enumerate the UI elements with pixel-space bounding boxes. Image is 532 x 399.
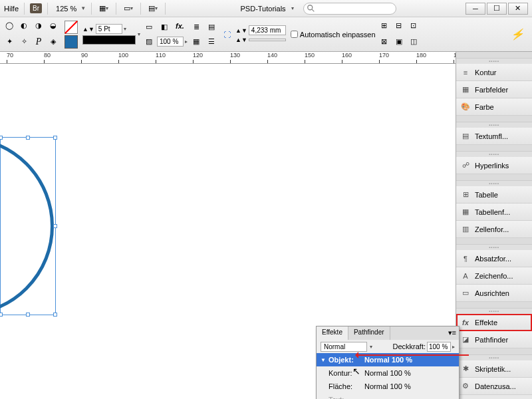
shape-icon[interactable]: ◑ (32, 19, 45, 33)
parastyle-icon: ¶ (460, 253, 471, 264)
panel-menu-icon[interactable]: ▾≡ (446, 327, 459, 340)
zoom-dropdown[interactable]: 125 %▼ (53, 3, 86, 14)
panel-item-swatches[interactable]: ▦Farbfelder (456, 81, 532, 98)
effects-row-text[interactable]: Text: (317, 393, 459, 399)
balance-icon[interactable]: ▭ (142, 21, 156, 34)
panel-item-label: Ausrichten (475, 289, 509, 297)
effects-row-stroke[interactable]: Kontur: Normal 100 % (317, 366, 459, 380)
fill-swatch[interactable] (65, 21, 78, 34)
textwrap-icon[interactable]: ☰ (205, 35, 218, 49)
shape-icon[interactable]: ◯ (3, 19, 16, 33)
top-menu-bar: Hilfe Br 125 %▼ ▦▾ ▭▾ ▤▾ PSD-Tutorials▾ … (0, 0, 532, 17)
panel-item-fx[interactable]: fxEffekte (456, 314, 532, 331)
panel-item-pathfinder[interactable]: ◪Pathfinder (456, 331, 532, 348)
stroke-weight-input[interactable] (96, 24, 122, 34)
panel-item-stroke[interactable]: ≡Kontur (456, 64, 532, 81)
panel-item-textwrap[interactable]: ▤Textumfl... (456, 128, 532, 145)
textwrap-icon: ▤ (460, 131, 471, 142)
fit-icon[interactable]: ⊡ (407, 19, 420, 33)
panel-item-charstyle[interactable]: AZeichenfo... (456, 267, 532, 285)
hyperlink-icon: ☍ (460, 160, 471, 171)
screen-mode-icon[interactable]: ▭▾ (122, 2, 135, 15)
fit-icon[interactable]: ⊠ (378, 35, 391, 49)
panel-item-label: Pathfinder (475, 336, 508, 344)
svg-line-1 (311, 9, 314, 11)
color-icon: 🎨 (460, 102, 471, 112)
opacity-input[interactable] (157, 37, 184, 47)
text-on-path-icon[interactable]: P (32, 35, 45, 49)
stroke-stepper-icon[interactable]: ▲▼ (82, 26, 94, 33)
fx-icon: fx (460, 317, 471, 328)
tablestyle-icon: ▦ (460, 207, 471, 217)
panel-item-data[interactable]: ⚙Datenzusa... (456, 378, 532, 395)
panel-item-table[interactable]: ⊞Tabelle (456, 186, 532, 203)
right-panel-dock: ▪▪▪▪▪≡Kontur▦Farbfelder🎨Farbe▪▪▪▪▪▤Textu… (456, 52, 532, 399)
workspace-label[interactable]: PSD-Tutorials (241, 5, 286, 13)
shape-icon[interactable]: ◒ (47, 19, 60, 33)
textwrap-icon[interactable]: ▦ (190, 35, 203, 49)
panel-item-parastyle[interactable]: ¶Absatzfor... (456, 250, 532, 267)
shape-icon[interactable]: ◈ (47, 35, 60, 49)
shape-icon[interactable]: ◐ (17, 19, 31, 33)
autofit-checkbox[interactable]: Automatisch einpassen (291, 31, 376, 39)
tab-effects[interactable]: Effekte (317, 327, 348, 340)
effects-panel[interactable]: Effekte Pathfinder ▾≡ ▾ Deckkraft: ▸ ▼ O… (316, 326, 460, 399)
panel-item-label: Datenzusa... (475, 382, 516, 390)
panel-item-hyperlink[interactable]: ☍Hyperlinks (456, 157, 532, 174)
panel-item-script[interactable]: ✱Skriptetik... (456, 360, 532, 378)
panel-item-label: Textumfl... (475, 132, 508, 140)
panel-item-align[interactable]: ▭Ausrichten (456, 285, 532, 302)
panel-item-label: Farbe (475, 103, 494, 111)
shape-icon[interactable]: ✦ (3, 35, 16, 49)
bridge-button[interactable]: Br (30, 3, 42, 13)
fit-icon[interactable]: ⊞ (378, 19, 391, 33)
fit-icon[interactable]: ⊟ (392, 19, 406, 33)
panel-item-tablestyle[interactable]: ▦Tabellenf... (456, 203, 532, 221)
help-menu[interactable]: Hilfe (4, 5, 19, 13)
opacity-label: Deckkraft: (392, 342, 426, 350)
corner-icon[interactable]: ◧ (158, 21, 171, 34)
svg-point-0 (307, 5, 312, 9)
textwrap-icon[interactable]: ≣ (190, 21, 203, 34)
shape-icon[interactable]: ✧ (17, 35, 31, 49)
frame-fit-icon[interactable]: ⛶ (220, 28, 233, 41)
stroke-swatch[interactable] (65, 35, 78, 49)
search-input[interactable] (303, 3, 396, 15)
maximize-button[interactable]: ☐ (487, 3, 507, 15)
selection-bounds (0, 137, 56, 315)
quick-apply-icon[interactable]: ⚡ (505, 25, 529, 43)
panel-item-label: Tabelle (475, 191, 498, 199)
data-icon: ⚙ (460, 381, 471, 392)
control-toolbar: ◯ ◐ ◑ ◒ ✦ ✧ P ◈ ▲▼ ▾ ▾ ▭ ◧ fx. ▨ ▸ (0, 17, 532, 52)
close-button[interactable]: ✕ (508, 3, 528, 15)
fit-icon[interactable]: ▣ (392, 35, 406, 49)
panel-item-label: Zeichenfo... (475, 272, 513, 280)
panel-item-label: Tabellenf... (475, 208, 510, 216)
panel-item-label: Kontur (475, 68, 496, 76)
script-icon: ✱ (460, 364, 471, 374)
textwrap-icon[interactable]: ▤ (205, 21, 218, 34)
opacity-value-input[interactable] (427, 342, 451, 352)
fit-icon[interactable]: ◫ (407, 35, 420, 49)
panel-item-color[interactable]: 🎨Farbe (456, 98, 532, 116)
swatches-icon: ▦ (460, 84, 471, 95)
fx-button[interactable]: fx. (173, 21, 187, 34)
table-icon: ⊞ (460, 190, 471, 200)
effects-row-fill[interactable]: Fläche: Normal 100 % (317, 380, 459, 393)
minimize-button[interactable]: ─ (466, 3, 485, 15)
align-icon: ▭ (460, 288, 471, 299)
ellipse-shape[interactable] (0, 136, 54, 316)
panel-item-cellstyle[interactable]: ▥Zellenfor... (456, 221, 532, 238)
tab-pathfinder[interactable]: Pathfinder (348, 327, 390, 340)
view-options-icon[interactable]: ▦▾ (97, 2, 110, 15)
blend-mode-dropdown[interactable] (321, 342, 367, 352)
arrange-icon[interactable]: ▤▾ (146, 2, 160, 15)
search-icon (307, 4, 316, 13)
panel-item-label: Farbfelder (475, 86, 508, 94)
annotation-arrow (356, 354, 469, 356)
horizontal-ruler: 708090100110120130140150160170180190200 (0, 52, 532, 64)
panel-item-label: Effekte (475, 319, 497, 327)
stroke-style-dropdown[interactable] (82, 35, 136, 45)
dimension-input[interactable] (249, 25, 286, 35)
panel-item-label: Zellenfor... (475, 225, 509, 233)
